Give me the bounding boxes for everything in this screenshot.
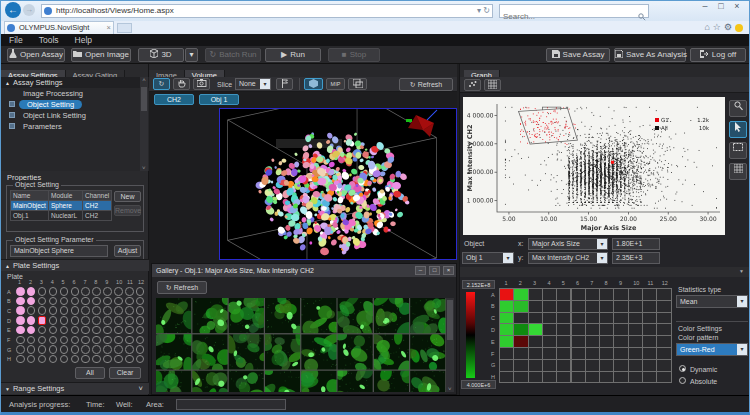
heatmap-cell-B3[interactable]	[529, 301, 542, 312]
heatmap-cell-F8[interactable]	[600, 348, 613, 359]
heatmap-cell-A3[interactable]	[529, 289, 542, 300]
plate-well-D3[interactable]	[38, 316, 47, 325]
zoom-tool-button[interactable]	[729, 100, 747, 117]
scatter-view-button[interactable]	[464, 79, 481, 91]
plate-well-E7[interactable]	[81, 326, 90, 335]
plate-well-G2[interactable]	[27, 345, 36, 354]
menu-item-help[interactable]: Help	[67, 34, 100, 45]
browser-forward-button[interactable]: →	[23, 4, 35, 16]
plate-well-H1[interactable]	[16, 355, 25, 364]
plate-well-G7[interactable]	[81, 345, 90, 354]
tree-item-parameters[interactable]: Parameters	[1, 121, 149, 132]
heatmap-cell-E1[interactable]	[500, 336, 513, 347]
plate-well-A2[interactable]	[27, 287, 36, 296]
heatmap-cell-H4[interactable]	[543, 372, 556, 383]
heatmap-cell-E5[interactable]	[557, 336, 570, 347]
browser-tab[interactable]: OLYMPUS.NoviSight ×	[4, 21, 114, 34]
heatmap-cell-D5[interactable]	[557, 324, 570, 335]
gallery-close-button[interactable]: ×	[443, 266, 454, 275]
plate-well-F6[interactable]	[71, 336, 80, 345]
heatmap-cell-D8[interactable]	[600, 324, 613, 335]
tree-scrollbar[interactable]: ˄˅	[140, 77, 148, 171]
plate-well-D8[interactable]	[92, 316, 101, 325]
plate-well-G5[interactable]	[60, 345, 69, 354]
plate-well-C2[interactable]	[27, 306, 36, 315]
heatmap-cell-D2[interactable]	[514, 324, 527, 335]
plate-well-A4[interactable]	[49, 287, 58, 296]
plate-well-F5[interactable]	[60, 336, 69, 345]
heatmap-cell-D1[interactable]	[500, 324, 513, 335]
plate-well-F10[interactable]	[114, 336, 123, 345]
heatmap-cell-F4[interactable]	[543, 348, 556, 359]
menu-item-tools[interactable]: Tools	[31, 34, 67, 45]
open-image-button[interactable]: Open Image	[71, 48, 131, 62]
heatmap-cell-E6[interactable]	[572, 336, 585, 347]
log-off-button[interactable]: Log off	[690, 48, 746, 62]
gallery-titlebar[interactable]: Gallery - Obj.1: Major Axis Size, Max In…	[152, 264, 456, 277]
plate-well-B1[interactable]	[16, 297, 25, 306]
heatmap-cell-H7[interactable]	[586, 372, 599, 383]
slice-mode-button[interactable]	[348, 78, 367, 90]
heatmap-cell-A2[interactable]	[514, 289, 527, 300]
feedback-smiley-icon[interactable]	[735, 24, 743, 32]
plate-well-B6[interactable]	[71, 297, 80, 306]
plate-well-C10[interactable]	[114, 306, 123, 315]
gallery-scrollbar[interactable]: ˅	[446, 298, 454, 392]
graph-expander-bar[interactable]: ▼	[460, 267, 750, 277]
heatmap-cell-E11[interactable]	[643, 336, 656, 347]
plate-well-B2[interactable]	[27, 297, 36, 306]
plate-well-H6[interactable]	[71, 355, 80, 364]
gallery-maximize-button[interactable]: □	[429, 266, 440, 275]
slice-dropdown[interactable]: None▾	[235, 78, 271, 90]
plate-well-C12[interactable]	[136, 306, 145, 315]
plate-well-C1[interactable]	[16, 306, 25, 315]
maximize-button[interactable]: □	[713, 1, 729, 11]
plate-well-B5[interactable]	[60, 297, 69, 306]
new-button[interactable]: New	[114, 191, 141, 202]
plate-well-F4[interactable]	[49, 336, 58, 345]
channel-obj1-button[interactable]: Obj 1	[199, 94, 239, 105]
plate-well-H4[interactable]	[49, 355, 58, 364]
heatmap-cell-A6[interactable]	[572, 289, 585, 300]
plate-well-H7[interactable]	[81, 355, 90, 364]
browser-back-button[interactable]: ←	[5, 2, 21, 18]
heatmap-cell-C11[interactable]	[643, 313, 656, 324]
heatmap-cell-A7[interactable]	[586, 289, 599, 300]
plate-well-C11[interactable]	[125, 306, 134, 315]
dynamic-radio[interactable]	[679, 365, 686, 372]
stop-button[interactable]: ■Stop	[328, 48, 380, 62]
plate-well-H5[interactable]	[60, 355, 69, 364]
settings-gear-icon[interactable]: ⚙	[724, 22, 735, 32]
heatmap-cell-E9[interactable]	[614, 336, 627, 347]
heatmap-cell-A11[interactable]	[643, 289, 656, 300]
heatmap-cell-H5[interactable]	[557, 372, 570, 383]
plate-well-A3[interactable]	[38, 287, 47, 296]
mode-3d-button[interactable]: 3D	[138, 48, 184, 62]
tree-item-object-setting[interactable]: Object Setting	[1, 99, 149, 110]
gallery-refresh-button[interactable]: ↻ Refresh	[157, 281, 207, 294]
plate-well-E4[interactable]	[49, 326, 58, 335]
plate-well-D2[interactable]	[27, 316, 36, 325]
plate-well-H9[interactable]	[103, 355, 112, 364]
heatmap-cell-A9[interactable]	[614, 289, 627, 300]
plate-well-D9[interactable]	[103, 316, 112, 325]
save-assay-button[interactable]: Save Assay	[546, 48, 610, 62]
range-settings-header[interactable]: ▼Range Settings˅	[1, 382, 149, 394]
plate-well-B7[interactable]	[81, 297, 90, 306]
heatmap-cell-C12[interactable]	[657, 313, 670, 324]
plate-well-A10[interactable]	[114, 287, 123, 296]
plate-well-A6[interactable]	[71, 287, 80, 296]
heatmap-cell-F3[interactable]	[529, 348, 542, 359]
heatmap-cell-D9[interactable]	[614, 324, 627, 335]
plate-well-D6[interactable]	[71, 316, 80, 325]
save-as-analysis-button[interactable]: Save As Analysis	[614, 48, 686, 62]
channel-ch2-button[interactable]: CH2	[154, 94, 194, 105]
heatmap-cell-A8[interactable]	[600, 289, 613, 300]
plate-well-D1[interactable]	[16, 316, 25, 325]
tree-item-image-processing[interactable]: Image Processing	[1, 88, 149, 99]
grid-tool-button[interactable]	[729, 163, 747, 180]
x-feature-dropdown[interactable]: Major Axis Size▾	[528, 238, 608, 250]
plate-well-D12[interactable]	[136, 316, 145, 325]
table-row[interactable]: Obj.1NuclearLCH2	[11, 211, 112, 221]
heatmap-cell-B4[interactable]	[543, 301, 556, 312]
